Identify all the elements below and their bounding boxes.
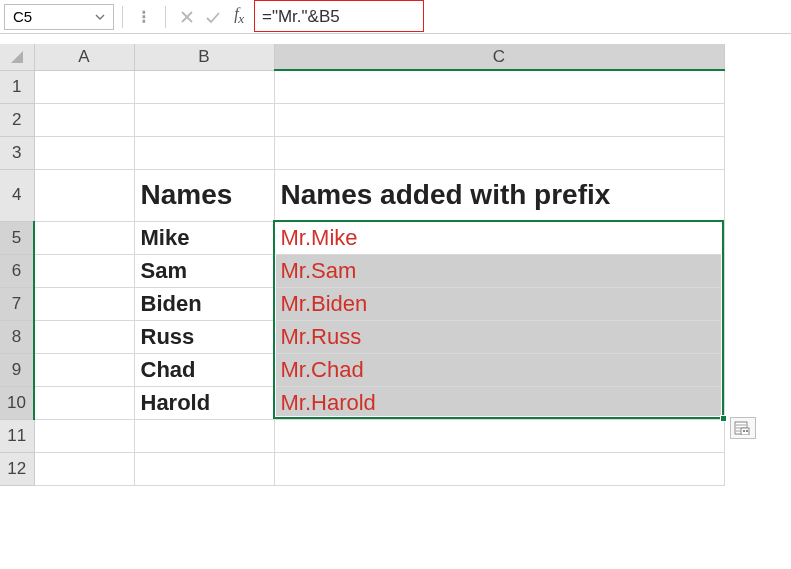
col-header-B[interactable]: B	[134, 44, 274, 70]
grid[interactable]: A B C 1 2 3 4NamesNames added with prefi…	[0, 44, 725, 486]
cell[interactable]	[34, 254, 134, 287]
cell-name[interactable]: Biden	[134, 287, 274, 320]
cell-name[interactable]: Harold	[134, 386, 274, 419]
cell-prefixed[interactable]: Mr.Harold	[274, 386, 724, 419]
formula-bar: C5 ⁝ fx ="Mr."&B5	[0, 0, 791, 34]
cell[interactable]	[34, 452, 134, 485]
svg-rect-2	[743, 430, 745, 432]
name-box[interactable]: C5	[4, 4, 114, 30]
cell-prefixed[interactable]: Mr.Mike	[274, 221, 724, 254]
cell[interactable]	[34, 287, 134, 320]
worksheet[interactable]: A B C 1 2 3 4NamesNames added with prefi…	[0, 44, 791, 486]
cell[interactable]	[34, 136, 134, 169]
cell[interactable]	[34, 320, 134, 353]
name-box-value: C5	[13, 8, 32, 25]
row-header[interactable]: 11	[0, 419, 34, 452]
cell[interactable]	[34, 386, 134, 419]
cell-prefixed[interactable]: Mr.Sam	[274, 254, 724, 287]
formula-input[interactable]: ="Mr."&B5	[256, 7, 346, 27]
fx-icon[interactable]: fx	[226, 4, 252, 30]
row-header[interactable]: 5	[0, 221, 34, 254]
cell[interactable]	[274, 70, 724, 103]
row-header[interactable]: 6	[0, 254, 34, 287]
row-header[interactable]: 10	[0, 386, 34, 419]
cell-prefixed[interactable]: Mr.Biden	[274, 287, 724, 320]
cell-names-header[interactable]: Names	[134, 169, 274, 221]
separator	[165, 6, 166, 28]
cell[interactable]	[34, 419, 134, 452]
svg-rect-3	[746, 430, 748, 432]
cell[interactable]	[134, 419, 274, 452]
cell-name[interactable]: Sam	[134, 254, 274, 287]
row-header[interactable]: 12	[0, 452, 34, 485]
cell-name[interactable]: Mike	[134, 221, 274, 254]
cell[interactable]	[34, 169, 134, 221]
row-header[interactable]: 8	[0, 320, 34, 353]
col-header-C[interactable]: C	[274, 44, 724, 70]
cell[interactable]	[34, 221, 134, 254]
cell[interactable]	[134, 452, 274, 485]
cell[interactable]	[274, 452, 724, 485]
formula-input-wrap: ="Mr."&B5	[256, 4, 787, 30]
col-header-A[interactable]: A	[34, 44, 134, 70]
separator	[122, 6, 123, 28]
cell[interactable]	[34, 103, 134, 136]
enter-icon[interactable]	[200, 4, 226, 30]
cell-name[interactable]: Chad	[134, 353, 274, 386]
fill-handle[interactable]	[720, 415, 727, 422]
cell-name[interactable]: Russ	[134, 320, 274, 353]
autofill-options-icon[interactable]	[730, 417, 756, 439]
row-header[interactable]: 3	[0, 136, 34, 169]
cell[interactable]	[274, 103, 724, 136]
select-all-corner[interactable]	[0, 44, 34, 70]
cell[interactable]	[274, 419, 724, 452]
cell[interactable]	[34, 70, 134, 103]
row-header[interactable]: 1	[0, 70, 34, 103]
range-colon-icon: ⁝	[131, 4, 157, 30]
chevron-down-icon[interactable]	[95, 12, 105, 22]
cell-prefixed[interactable]: Mr.Russ	[274, 320, 724, 353]
cell[interactable]	[34, 353, 134, 386]
row-header[interactable]: 9	[0, 353, 34, 386]
row-header[interactable]: 7	[0, 287, 34, 320]
row-header[interactable]: 4	[0, 169, 34, 221]
cell-prefix-header[interactable]: Names added with prefix	[274, 169, 724, 221]
cell[interactable]	[274, 136, 724, 169]
row-header[interactable]: 2	[0, 103, 34, 136]
cell[interactable]	[134, 136, 274, 169]
cell[interactable]	[134, 70, 274, 103]
cell[interactable]	[134, 103, 274, 136]
cancel-icon[interactable]	[174, 4, 200, 30]
cell-prefixed[interactable]: Mr.Chad	[274, 353, 724, 386]
